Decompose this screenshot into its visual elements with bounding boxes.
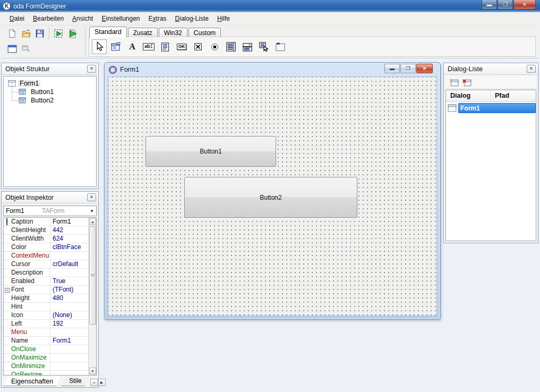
new-file-button[interactable] [5, 27, 19, 40]
column-dialog[interactable]: Dialog [446, 90, 491, 101]
object-structure-close-icon[interactable]: ✕ [87, 65, 96, 73]
designed-button2[interactable]: Button2 [184, 177, 357, 218]
dialog-row-form1[interactable]: Form1 [446, 103, 536, 113]
tab-zusatz[interactable]: Zusatz [128, 28, 158, 38]
event-row[interactable]: OnRestore [4, 371, 96, 376]
popup-list-icon [259, 41, 269, 52]
event-row[interactable]: OnMaximize [4, 354, 96, 362]
panel-icon [275, 42, 286, 52]
label-icon: A [129, 42, 135, 52]
combobox-icon [242, 41, 253, 52]
tab-scroll-left-icon[interactable]: ◄ [90, 379, 98, 386]
new-dialog-button[interactable] [448, 76, 460, 88]
property-row[interactable]: EnabledTrue [4, 277, 96, 286]
palette-radiobutton[interactable] [207, 39, 222, 54]
scrollbar-thumb[interactable] [89, 226, 96, 325]
property-row[interactable]: CaptionForm1 [4, 218, 96, 226]
menu-ansicht[interactable]: Ansicht [68, 13, 97, 24]
form-close-button[interactable]: ✕ [416, 64, 433, 73]
scroll-up-icon[interactable]: ▲ [89, 218, 96, 225]
run-selection-icon [54, 29, 64, 39]
listbox-icon [226, 41, 236, 52]
inspector-tabs: Eigenschaften Stile ◄ ► [3, 376, 97, 386]
property-grid-scrollbar[interactable]: ▲ ▼ [88, 218, 96, 375]
object-inspector-close-icon[interactable]: ✕ [87, 193, 96, 201]
scroll-down-icon[interactable]: ▼ [89, 368, 96, 374]
tree-node-button1[interactable]: Button1 [12, 88, 95, 96]
new-dialog-icon [449, 78, 459, 87]
menu-datei[interactable]: Datei [5, 13, 29, 24]
dialog-list-close-icon[interactable]: ✕ [527, 65, 536, 73]
app-icon: K [3, 2, 11, 10]
align-palette-button[interactable] [19, 42, 33, 55]
palette-menu-editor[interactable] [108, 39, 123, 54]
palette-checkbox[interactable] [191, 39, 205, 54]
delete-dialog-button[interactable] [460, 76, 473, 88]
menu-bearbeiten[interactable]: Bearbeiten [29, 13, 68, 24]
expand-icon[interactable]: + [5, 288, 10, 293]
palette-label[interactable]: A [125, 39, 140, 54]
designed-button1[interactable]: Button1 [145, 136, 276, 167]
tab-eigenschaften[interactable]: Eigenschaften [3, 377, 61, 386]
menu-einstellungen[interactable]: Einstellungen [97, 13, 144, 24]
tab-custom[interactable]: Custom [188, 28, 221, 38]
cursor-icon [95, 41, 104, 52]
form-minimize-button[interactable]: ▬ [384, 64, 400, 73]
dialog-table-header: Dialog Pfad [446, 90, 536, 102]
maximize-button[interactable]: ❐ [498, 0, 513, 10]
tree-node-form1[interactable]: Form1 [7, 79, 95, 88]
dialog-window-icon [448, 104, 457, 112]
checkbox-icon [194, 42, 202, 51]
event-row[interactable]: OnMinimize [4, 362, 96, 371]
close-button[interactable]: ✕ [513, 0, 536, 10]
tab-win32[interactable]: Win32 [159, 28, 187, 38]
column-pfad[interactable]: Pfad [491, 90, 509, 101]
designer-title: Form1 [120, 66, 139, 73]
palette-select-cursor[interactable] [92, 39, 107, 54]
palette-combobox[interactable] [240, 39, 255, 54]
property-row[interactable]: ClientWidth624 [4, 235, 96, 243]
palette-listbox[interactable] [224, 39, 238, 54]
property-row[interactable]: Hint [4, 303, 96, 311]
minimize-button[interactable]: ▬ [482, 0, 497, 10]
property-row[interactable]: NameForm1 [4, 337, 96, 345]
new-form-button[interactable] [5, 42, 19, 55]
property-row[interactable]: ColorclBtnFace [4, 243, 96, 252]
object-structure-title: Objekt Struktur [5, 65, 49, 73]
property-row[interactable]: ClientHeight442 [4, 226, 96, 235]
palette-edit[interactable]: ab⌶ [141, 39, 156, 54]
save-button[interactable] [33, 27, 47, 40]
run-selection-button[interactable] [52, 27, 65, 40]
event-row[interactable]: OnClose [4, 345, 96, 354]
tab-scroll-right-icon[interactable]: ► [98, 379, 106, 386]
menu-hilfe[interactable]: Hilfe [213, 13, 234, 24]
property-row[interactable]: ContextMenu [4, 252, 96, 260]
property-row[interactable]: Description [4, 269, 96, 277]
menu-extras[interactable]: Extras [144, 13, 171, 24]
button-node-icon [19, 97, 26, 104]
palette-popup-list[interactable] [256, 39, 271, 54]
dialog-list-toolbar [445, 76, 536, 89]
property-row[interactable]: CursorcrDefault [4, 260, 96, 269]
tab-stile[interactable]: Stile [61, 377, 89, 386]
open-file-button[interactable] [19, 27, 33, 40]
menu-dialog-liste[interactable]: Dialog-Liste [171, 13, 213, 24]
property-row[interactable]: Height480 [4, 294, 96, 303]
form-design-surface[interactable]: Button1 Button2 [108, 76, 437, 316]
run-button[interactable] [65, 27, 79, 40]
dialog-list-panel: Dialog-Liste ✕ Dialog Pfad Form1 [443, 63, 538, 243]
new-file-icon [7, 29, 17, 38]
palette-panel[interactable] [273, 39, 288, 54]
form-maximize-button[interactable]: ❐ [400, 64, 416, 73]
object-selector-combo[interactable]: Form1 TAForm ▼ [3, 206, 97, 216]
property-row-font[interactable]: +Font(TFont) [4, 286, 96, 294]
tab-standard[interactable]: Standard [89, 27, 127, 38]
palette-memo[interactable] [158, 39, 173, 54]
object-inspector-titlebar: Objekt Inspektor ✕ [2, 192, 98, 203]
property-row[interactable]: Left192 [4, 320, 96, 328]
tree-node-button2[interactable]: Button2 [12, 96, 95, 105]
property-row[interactable]: Icon(None) [4, 311, 96, 320]
property-row[interactable]: Menu [4, 328, 96, 337]
save-icon [35, 29, 45, 38]
palette-button[interactable]: OK [174, 39, 189, 54]
